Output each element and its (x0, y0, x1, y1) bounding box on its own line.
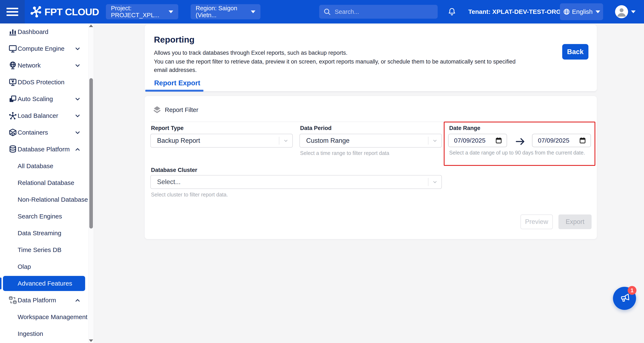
scroll-down-arrow-icon[interactable] (89, 340, 93, 342)
chevron-down-icon (283, 138, 289, 144)
date-range-label: Date Range (449, 125, 480, 132)
chevron-down-icon (74, 45, 81, 52)
fpt-logo-icon (29, 5, 42, 18)
database-cluster-placeholder: Select... (157, 178, 180, 186)
sidebar-item-network[interactable]: Network (0, 57, 94, 74)
chevron-down-icon (596, 10, 600, 13)
sidebar-scrollbar-thumb[interactable] (89, 78, 93, 228)
sidebar-item-data-streaming[interactable]: Data Streaming (0, 225, 94, 242)
sidebar-item-label: Database Platform (18, 146, 70, 153)
region-selector-label: Region: Saigon (Vietn... (196, 5, 251, 19)
project-selector-label: Project: PROJECT_XPL... (111, 5, 168, 19)
brand-logo: FPT CLOUD (29, 0, 99, 24)
notification-badge: 1 (628, 286, 636, 295)
sidebar-item-label: Olap (18, 263, 31, 270)
select-separator (428, 178, 428, 186)
sidebar-item-label: All Database (18, 162, 53, 170)
monitor-icon (8, 44, 18, 54)
date-from-value: 07/09/2025 (454, 137, 486, 144)
calendar-icon (495, 137, 502, 144)
arrow-right-icon (515, 136, 526, 146)
database-cluster-helper: Select cluster to filter report data. (151, 192, 228, 198)
auto-scaling-icon (8, 94, 18, 104)
tab-report-export[interactable]: Report Export (154, 79, 200, 87)
export-button[interactable]: Export (558, 214, 592, 229)
sidebar-item-label: Network (18, 62, 41, 69)
load-balancer-icon (8, 111, 18, 120)
section-title: Report Filter (165, 106, 198, 114)
sidebar-item-label: DDoS Protection (18, 78, 64, 86)
database-cluster-select[interactable]: Select... (150, 175, 442, 189)
select-separator (428, 137, 428, 145)
date-to-input[interactable]: 07/09/2025 (532, 134, 591, 147)
data-period-select[interactable]: Custom Range (300, 134, 442, 148)
sidebar-item-containers[interactable]: Containers (0, 124, 94, 141)
sidebar-item-dashboard[interactable]: Dashboard (0, 24, 94, 40)
database-cluster-label: Database Cluster (151, 167, 197, 174)
sidebar-item-ingestion[interactable]: Ingestion (0, 326, 94, 342)
date-range-helper: Select a date range of up to 90 days fro… (449, 150, 585, 156)
date-to-value: 07/09/2025 (538, 137, 569, 144)
report-type-value: Backup Report (157, 137, 200, 144)
hamburger-icon (6, 8, 18, 16)
select-separator (279, 137, 279, 145)
chevron-down-icon (432, 138, 438, 144)
project-selector[interactable]: Project: PROJECT_XPL... (106, 4, 178, 19)
sidebar-item-auto-scaling[interactable]: Auto Scaling (0, 90, 94, 107)
search-input[interactable] (335, 8, 434, 15)
back-button[interactable]: Back (562, 44, 588, 60)
chevron-down-icon (631, 10, 636, 13)
megaphone-icon (618, 292, 631, 305)
sidebar-item-data-platform[interactable]: Data Platform (0, 292, 94, 308)
sidebar-item-olap[interactable]: Olap (0, 258, 94, 275)
page-description-line2: You can use the report filter to retriev… (154, 58, 521, 74)
main-content: Reporting Allows you to track databases … (94, 24, 644, 343)
page-description: Allows you to track databases through Ex… (154, 49, 521, 75)
report-type-select[interactable]: Backup Report (150, 134, 293, 148)
hamburger-menu-button[interactable] (0, 0, 25, 24)
sidebar-item-label: Auto Scaling (18, 96, 53, 102)
sidebar-item-label: Dashboard (18, 28, 48, 36)
region-selector[interactable]: Region: Saigon (Vietn... (190, 4, 260, 19)
chevron-down-icon (168, 10, 173, 13)
brand-logo-text: FPT CLOUD (44, 6, 99, 18)
sidebar-item-relational-database[interactable]: Relational Database (0, 174, 94, 191)
date-from-input[interactable]: 07/09/2025 (448, 134, 507, 147)
announcements-fab[interactable]: 1 (613, 287, 636, 310)
sidebar-item-load-balancer[interactable]: Load Balancer (0, 107, 94, 124)
sidebar-item-all-database[interactable]: All Database (0, 158, 94, 174)
preview-button[interactable]: Preview (520, 214, 553, 229)
chevron-down-icon (74, 129, 81, 136)
data-period-value: Custom Range (306, 137, 350, 144)
sidebar-item-time-series-db[interactable]: Time Series DB (0, 242, 94, 258)
sidebar-item-ddos-protection[interactable]: DDoS Protection (0, 74, 94, 90)
sidebar-item-search-engines[interactable]: Search Engines (0, 208, 94, 225)
sidebar-item-database-platform[interactable]: Database Platform (0, 141, 94, 158)
bar-chart-icon (8, 27, 18, 37)
sidebar-item-non-relational-database[interactable]: Non-Relational Database (0, 191, 94, 208)
chevron-up-icon (74, 297, 81, 304)
language-selector[interactable]: English (560, 3, 603, 20)
active-tab-underline (145, 90, 204, 92)
globe-icon (563, 7, 570, 16)
calendar-icon (579, 137, 586, 144)
page-description-line1: Allows you to track databases through Ex… (154, 49, 521, 57)
search-icon (323, 8, 331, 16)
sidebar-item-label: Ingestion (18, 330, 43, 337)
sidebar-item-workspace-management[interactable]: Workspace Management (0, 308, 94, 326)
globe-stand-icon (8, 60, 18, 70)
report-type-label: Report Type (151, 125, 184, 132)
sidebar-item-compute-engine[interactable]: Compute Engine (0, 40, 94, 57)
tenant-selector[interactable]: Tenant: XPLAT-DEV-TEST-ORG (468, 0, 568, 24)
sidebar-scrollbar-track[interactable] (88, 24, 94, 343)
language-selector-label: English (572, 8, 592, 15)
chevron-down-icon (74, 62, 81, 69)
sidebar-item-label: Data Platform (18, 297, 56, 304)
cube-icon (8, 128, 18, 137)
ddos-shield-icon (8, 77, 18, 87)
notification-bell-icon[interactable] (447, 7, 456, 16)
sidebar-item-advanced-features[interactable]: Advanced Features (0, 275, 94, 292)
chevron-down-icon (251, 10, 256, 13)
user-menu[interactable] (615, 0, 636, 24)
scroll-up-arrow-icon[interactable] (89, 24, 93, 27)
